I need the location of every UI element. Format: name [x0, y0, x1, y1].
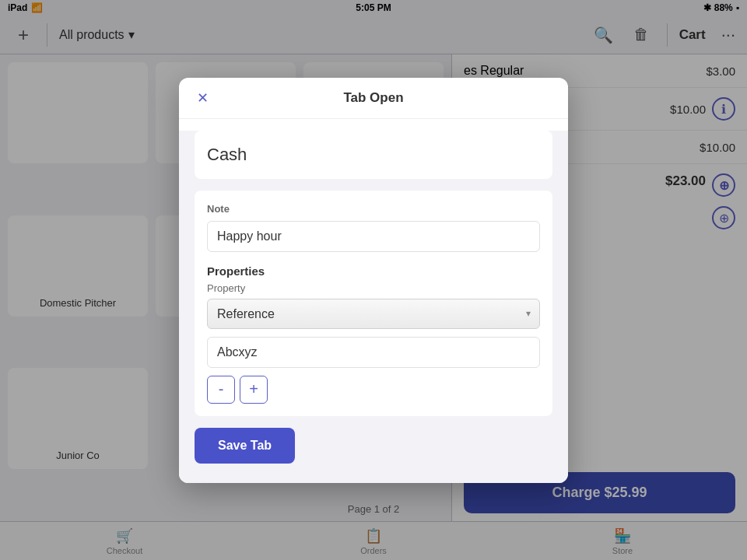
minus-button[interactable]: -	[207, 376, 235, 404]
property-select[interactable]: Reference Option 2 Option 3	[207, 299, 540, 329]
form-section: Note Properties Property Reference Optio…	[195, 191, 552, 416]
properties-label: Properties	[207, 264, 540, 278]
select-arrow-icon: ▾	[526, 308, 531, 319]
note-label: Note	[207, 203, 540, 215]
cash-label: Cash	[207, 145, 247, 164]
modal-header: ✕ Tab Open	[179, 78, 568, 119]
property-sublabel: Property	[207, 282, 540, 294]
property-value-input[interactable]	[207, 337, 540, 368]
modal-overlay: ✕ Tab Open Cash Note Properties Property	[0, 0, 747, 560]
property-select-wrapper: Reference Option 2 Option 3 ▾	[207, 299, 540, 329]
modal-title: Tab Open	[343, 90, 403, 106]
modal-close-button[interactable]: ✕	[191, 87, 213, 109]
plus-minus-row: - +	[207, 376, 540, 404]
tab-open-modal: ✕ Tab Open Cash Note Properties Property	[179, 78, 568, 483]
save-tab-button[interactable]: Save Tab	[195, 428, 295, 464]
modal-body: Cash Note Properties Property Reference …	[179, 131, 568, 483]
note-input[interactable]	[207, 221, 540, 252]
cash-section: Cash	[195, 131, 552, 179]
plus-button[interactable]: +	[240, 376, 268, 404]
